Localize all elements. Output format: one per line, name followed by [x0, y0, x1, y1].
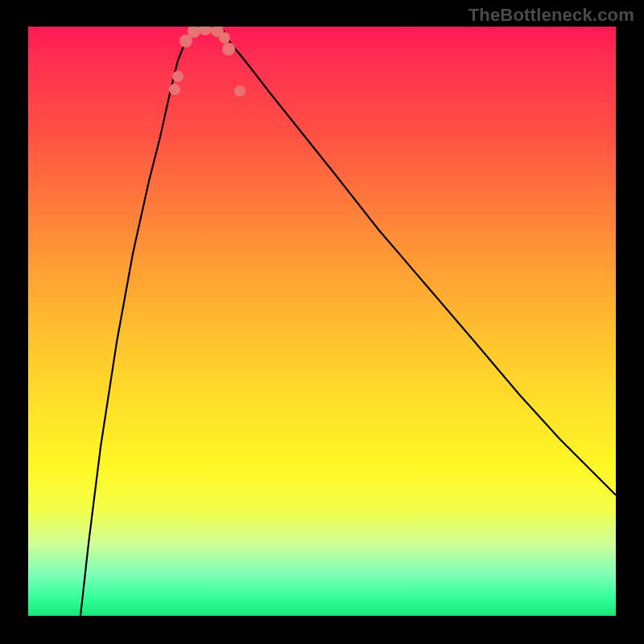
data-marker	[234, 85, 246, 97]
curve-right-curve	[221, 27, 616, 495]
curve-left-curve	[80, 27, 199, 616]
curve-plot	[28, 27, 616, 616]
watermark-text: TheBottleneck.com	[469, 5, 634, 26]
data-marker	[169, 84, 180, 95]
data-marker	[199, 27, 212, 35]
data-marker	[172, 71, 184, 82]
data-marker	[222, 43, 235, 56]
data-marker	[219, 32, 230, 43]
chart-frame: TheBottleneck.com	[0, 0, 644, 644]
